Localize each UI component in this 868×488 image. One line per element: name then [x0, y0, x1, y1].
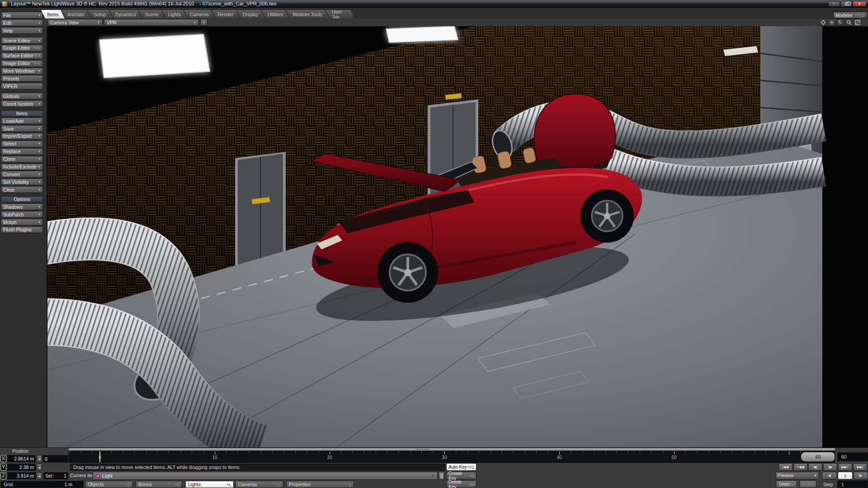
sidebar-item-coord-system[interactable]: Coord System ▼ — [1, 100, 43, 107]
sidebar-item-morph[interactable]: Morph ▼ — [1, 219, 43, 225]
tab-setup[interactable]: Setup — [87, 10, 113, 19]
tab-lights[interactable]: Lights — [162, 10, 187, 19]
dropdown-arrow-icon: ▼ — [38, 213, 41, 216]
restore-button[interactable] — [840, 1, 852, 7]
sidebar-item-scene-editor[interactable]: Scene Editor ▼ — [1, 37, 43, 44]
sidebar-item-save[interactable]: Save ▼ — [1, 125, 43, 132]
step-field[interactable]: 1 — [837, 480, 868, 488]
tab-cameras[interactable]: Cameras — [184, 10, 215, 19]
zoom-icon[interactable] — [845, 19, 853, 26]
sidebar-item-graph-editor[interactable]: Graph Editor ^F2 — [1, 45, 43, 52]
position-y-field[interactable]: 2.38 m — [7, 464, 36, 471]
car-trunk-lid — [534, 94, 616, 168]
view-type-dropdown[interactable]: Camera View ▼ — [47, 19, 103, 26]
edit-lights-button[interactable]: Lights+L — [185, 481, 234, 488]
sidebar-item-image-editor[interactable]: Image Editor ^F4 — [1, 60, 43, 67]
dropdown-arrow-icon: ▼ — [38, 29, 41, 32]
end-frame-field[interactable]: 60 — [837, 452, 868, 461]
viewport-options-dropdown[interactable]: ▼ — [200, 19, 208, 26]
sidebar-item-select[interactable]: Select ▼ — [1, 141, 43, 147]
sidebar-item-viper[interactable]: VIPER — [1, 83, 43, 89]
sidebar-item-import-export[interactable]: Import/Export ▼ — [1, 133, 43, 140]
preview-dropdown[interactable]: Preview ▼ — [775, 472, 819, 479]
frame-slider-handle[interactable]: 60 — [801, 452, 835, 462]
sidebar-item-replace[interactable]: Replace ▼ — [1, 148, 43, 155]
ceiling-light-large — [99, 34, 210, 78]
auto-key-button[interactable]: Auto Key+F1 — [446, 463, 476, 471]
close-button[interactable]: × — [853, 1, 866, 7]
play-forward-button[interactable]: ▶ — [854, 472, 868, 479]
edit-objects-button[interactable]: Objects+O — [85, 481, 133, 488]
timeline-tick-label: 40 — [557, 455, 561, 460]
next-key-button[interactable]: ▶▶+ — [838, 463, 852, 471]
timeline[interactable]: 0 10 20 30 40 50 ▴ 60 — [69, 451, 835, 463]
current-frame-field[interactable]: 0 — [42, 455, 68, 463]
minimize-button[interactable]: – — [828, 1, 840, 7]
sidebar-item-globals[interactable]: Globals ▼ — [1, 93, 43, 99]
sidebar-item-shadows[interactable]: Shadows ▼ — [1, 203, 43, 210]
sidebar-item-presets[interactable]: Presets — [1, 75, 43, 82]
timeline-tick-label: 0 — [99, 455, 101, 460]
edit-cameras-button[interactable]: Cameras+C — [235, 481, 283, 488]
tab-modeler-tools[interactable]: Modeler Tools — [286, 10, 329, 19]
sidebar-item-load-add[interactable]: Load/Add ▼ — [1, 117, 43, 124]
position-z-field[interactable]: 3.914 m — [7, 472, 36, 479]
section-header-options: Options — [1, 196, 43, 202]
pan-icon[interactable] — [828, 19, 835, 26]
go-to-end-button[interactable]: ▶▶| — [853, 463, 867, 471]
step-forward-button[interactable]: ||▶ — [823, 463, 837, 471]
tab-scene[interactable]: Scene — [139, 10, 165, 19]
x-spinner[interactable]: ◂▸ — [37, 455, 42, 462]
dropdown-arrow-icon: ▼ — [38, 127, 41, 130]
sidebar-item-help[interactable]: Help ▼ — [1, 27, 43, 34]
item-edit-toggle-button[interactable] — [439, 472, 444, 480]
z-spinner[interactable]: ◂▸ — [37, 472, 42, 479]
sidebar-item-flush-plugins[interactable]: Flush Plugins — [1, 226, 43, 233]
position-x-field[interactable]: 2.8614 m — [7, 455, 36, 462]
tab-render[interactable]: Render — [212, 10, 240, 19]
tab-animate[interactable]: Animate — [61, 10, 90, 19]
tab-dynamics[interactable]: Dynamics — [109, 10, 142, 19]
dropdown-arrow-icon: ▼ — [38, 22, 41, 24]
tab-display[interactable]: Display — [236, 10, 264, 19]
sidebar-item-edit[interactable]: Edit ▼ — [1, 19, 43, 26]
pause-button[interactable]: || — [838, 472, 853, 479]
sidebar-item-surface-editor[interactable]: Surface Editor ^F3 — [1, 52, 43, 59]
go-to-start-button[interactable]: |◀◀ — [778, 463, 793, 471]
sidebar-item-convert[interactable]: Convert ▼ — [1, 171, 43, 178]
current-item-dropdown[interactable]: Light ▼ — [93, 472, 438, 480]
app-logo-icon — [2, 1, 8, 7]
create-key-button[interactable]: Create Keyret — [446, 472, 476, 479]
sidebar-item-include-exclude[interactable]: Include/Exclude ▼ — [1, 164, 43, 170]
titlebar[interactable]: Layout™ NewTek LightWave 3D ® HC Rev 201… — [0, 0, 868, 8]
tab-utilities[interactable]: Utilities — [261, 10, 289, 19]
grid-size-field: Grid: 1 m — [0, 481, 84, 488]
timeline-scrollbar[interactable] — [69, 448, 835, 450]
center-item-icon[interactable] — [819, 19, 827, 26]
status-hint: Drag mouse in view to move selected item… — [70, 464, 445, 471]
play-reverse-button[interactable]: ◀ — [822, 472, 837, 479]
sidebar-item-more-windows[interactable]: More Windows ▼ — [1, 68, 43, 75]
edit-bones-button[interactable]: Bones+B — [136, 481, 182, 488]
redo-button[interactable]: Redo — [799, 480, 816, 488]
tab-user-tab[interactable]: User Tab — [326, 10, 354, 19]
delete-key-button[interactable]: Delete Keydel — [446, 480, 476, 488]
menu-tab-bar: File ▼ Items Animate Setup Dynamics Scen… — [0, 8, 868, 19]
properties-button[interactable]: Propertiesp — [286, 481, 354, 488]
sidebar-item-set-visibility[interactable]: Set Visibility ▼ — [1, 178, 43, 185]
fit-view-icon[interactable] — [854, 19, 861, 26]
sidebar-item-clear[interactable]: Clear ▼ — [1, 186, 43, 193]
viewport-3d[interactable] — [47, 26, 868, 447]
dropdown-arrow-icon: ▼ — [193, 21, 196, 24]
modeler-launch-button[interactable]: Modeler F12 — [833, 12, 867, 19]
light-item-icon — [96, 474, 100, 478]
tab-items[interactable]: Items — [41, 10, 65, 19]
rotate-icon[interactable]: ↻ — [836, 19, 844, 26]
sidebar-item-clone[interactable]: Clone ▼ — [1, 156, 43, 163]
step-back-button[interactable]: ◀|| — [808, 463, 822, 471]
undo-button[interactable]: Undou — [776, 480, 797, 488]
sidebar-item-subpatch[interactable]: SubPatch ▼ — [1, 211, 43, 218]
y-spinner[interactable]: ◂▸ — [37, 464, 42, 471]
prev-key-button[interactable]: +◀◀ — [793, 463, 807, 471]
render-mode-dropdown[interactable]: VPR ▼ — [104, 19, 199, 26]
